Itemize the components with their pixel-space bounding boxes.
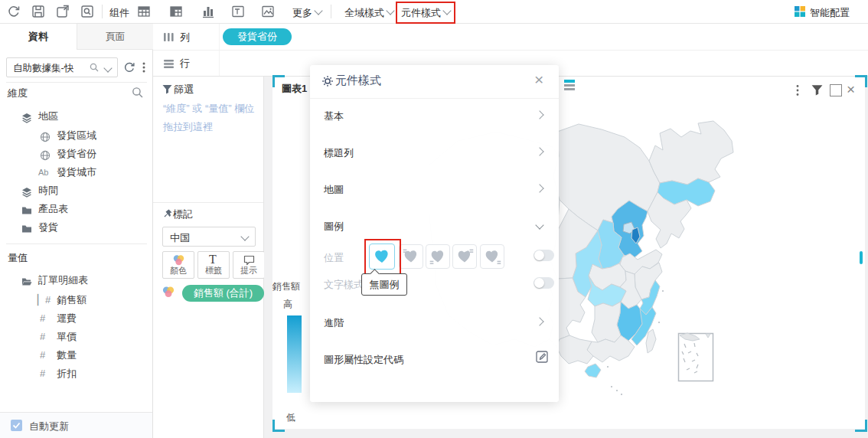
edit-code-icon[interactable] [535,350,549,366]
columns-shelf: 列 發貨省份 [153,24,868,51]
sidebar-item-quantity[interactable]: # 數量 [0,346,152,364]
annotation-red-box-toolbar [396,2,455,24]
widget-maximize-icon[interactable] [830,84,842,96]
save-as-icon[interactable] [55,4,70,19]
auto-update-label: 自動更新 [29,420,69,433]
divider [219,51,220,76]
legend-position-bottom-right-button[interactable] [480,244,504,269]
text-widget-icon[interactable] [230,4,246,19]
tree-item-label: 發貨 [38,218,58,237]
sidebar-item-region[interactable]: 地區 [0,107,152,126]
table-widget-icon[interactable] [136,4,152,19]
dialog-section-basic[interactable]: 基本 [324,110,344,123]
filter-icon [162,84,172,96]
columns-label: 列 [180,31,190,44]
columns-icon [163,32,175,44]
sidebar-item-ship-city[interactable]: Ab 發貨城市 [0,163,152,181]
tab-page[interactable]: 頁面 [77,24,153,50]
filter-label: 篩選 [174,83,194,96]
smart-config-icon [795,6,805,17]
column-pill-ship-province[interactable]: 發貨省份 [223,28,292,45]
color-mark-label: 顏色 [163,265,194,276]
dialog-section-code[interactable]: 圖形屬性設定代碼 [324,353,403,367]
selection-corner [272,75,285,87]
color-measure-pill[interactable]: 銷售額 (合計) [182,285,264,302]
search-icon [90,63,99,74]
sidebar-item-ship-province[interactable]: 發貨省份 [0,145,152,163]
sidebar-item-sales[interactable]: ▏# 銷售額 [0,291,152,309]
tree-item-label: 地區 [38,107,58,126]
auto-update-checkbox[interactable] [11,420,22,431]
tree-item-label: 發貨城市 [57,163,96,181]
dialog-section-map[interactable]: 地圖 [324,183,344,197]
kebab-menu-icon[interactable] [142,60,145,74]
divider [6,244,147,244]
legend-position-bottom-left-button[interactable] [426,244,450,269]
map-legend-low: 低 [286,411,295,424]
toolbar-divider [102,5,103,18]
tooltip-mark-button[interactable]: 提示 [233,251,265,279]
dialog-section-advanced[interactable]: 進階 [324,316,344,330]
geo-scope-select[interactable]: 中国 [162,227,256,247]
toolbar-divider [331,5,331,18]
legend-text-style-label: 文字樣式 [324,278,364,292]
tree-item-label: 單價 [57,328,77,346]
drag-handle-icon[interactable] [564,79,576,93]
legend-text-style-toggle[interactable] [534,277,554,289]
sidebar-item-product-table[interactable]: 產品表 [0,200,152,218]
dataset-select[interactable]: 自助數據集-快 [6,57,118,77]
image-widget-icon[interactable] [260,4,276,19]
smart-config-button[interactable]: 智能配置 [810,6,850,20]
divider [153,202,263,203]
south-sea-inset [679,333,713,381]
widget-close-icon[interactable]: × [847,81,855,98]
chevron-right-icon [535,147,543,155]
more-menu[interactable]: 更多 [292,6,321,20]
chart-title: 圖表1 [282,82,307,96]
chevron-right-icon [535,110,543,119]
label-mark-label: 標籤 [198,265,229,276]
chart-widget-icon[interactable] [201,4,216,19]
save-icon[interactable] [31,4,46,19]
sidebar-item-discount[interactable]: # 折扣 [0,364,152,383]
sidebar-item-freight[interactable]: # 運費 [0,309,152,328]
tree-item-label: 發貨省份 [57,145,96,163]
rows-icon [163,59,175,71]
sidebar-item-order-detail[interactable]: 訂單明細表 [0,271,152,289]
undo-refresh-icon[interactable] [6,4,21,19]
geo-role-icon [40,130,51,141]
tree-item-label: 運費 [57,309,77,328]
legend-position-top-right-button[interactable] [452,244,477,269]
legend-position-top-left-button[interactable] [399,244,423,269]
widget-kebab-icon[interactable] [796,84,799,99]
sidebar-item-ship-area[interactable]: 發貨區域 [0,126,152,145]
label-mark-button[interactable]: T 標籤 [197,251,230,279]
sidebar-item-shipping[interactable]: 發貨 [0,218,152,237]
refresh-dataset-icon[interactable] [122,60,136,74]
widget-filter-icon[interactable] [811,84,823,98]
data-sidebar: 資料 頁面 自助數據集-快 維度 地區 發貨區域 [0,24,153,438]
auto-update-bar: 自動更新 [0,412,152,438]
tree-item-label: 發貨區域 [57,126,96,145]
dialog-section-legend[interactable]: 圖例 [324,220,344,234]
scrollbar-thumb[interactable] [860,251,863,264]
gear-icon [321,75,334,90]
color-venn-icon [162,286,175,301]
preview-icon[interactable] [80,4,95,19]
map-legend-high: 高 [283,298,292,311]
legend-position-toggle[interactable] [534,250,554,261]
close-icon[interactable]: × [534,70,543,89]
color-mark-button[interactable]: 顏色 [162,251,194,279]
marks-panel: 篩選 “維度” 或 “量值” 欄位拖拉到這裡 標記 中国 顏色 T 標籤 提示 … [153,77,264,438]
dialog-section-titlebar[interactable]: 標題列 [324,146,354,160]
folder-icon [21,222,32,233]
tree-item-label: 數量 [57,346,77,364]
folder-open-icon [21,275,32,286]
search-fields-icon[interactable] [132,87,143,100]
sidebar-item-time[interactable]: 時間 [0,181,152,200]
global-style-menu[interactable]: 全域樣式 [344,6,393,20]
crosstab-widget-icon[interactable] [168,4,184,19]
sidebar-item-unit-price[interactable]: # 單價 [0,328,152,346]
tab-data[interactable]: 資料 [0,24,77,50]
selection-corner [855,75,867,87]
